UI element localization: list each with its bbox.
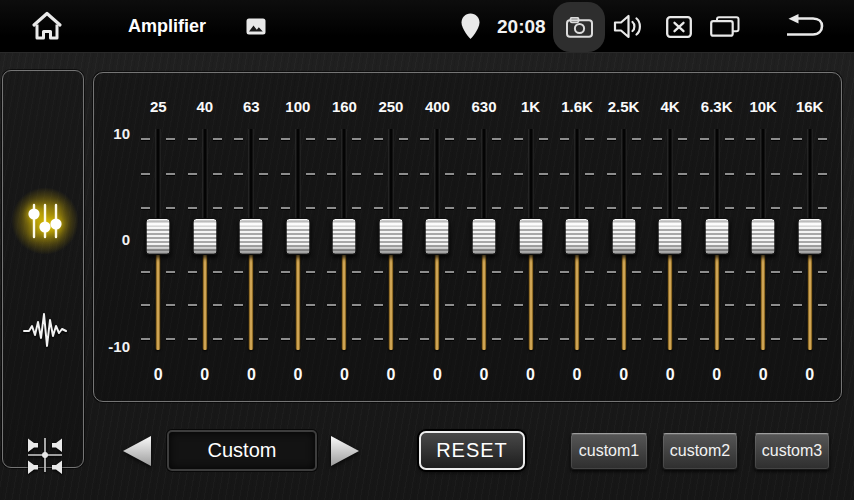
eq-band: 6.3K 0 bbox=[693, 73, 740, 403]
slider-knob[interactable] bbox=[797, 218, 822, 255]
band-frequency-label: 100 bbox=[275, 98, 322, 115]
scale-label-zero: 0 bbox=[98, 231, 130, 248]
band-slider[interactable] bbox=[135, 121, 182, 356]
custom1-button[interactable]: custom1 bbox=[570, 433, 648, 470]
band-slider[interactable] bbox=[368, 121, 415, 356]
slider-track-lower[interactable] bbox=[202, 255, 207, 350]
band-value: 0 bbox=[368, 366, 415, 384]
eq-band: 4K 0 bbox=[647, 73, 694, 403]
slider-knob[interactable] bbox=[425, 218, 450, 255]
slider-track-lower[interactable] bbox=[388, 255, 393, 350]
slider-track-upper[interactable] bbox=[295, 129, 300, 219]
band-value: 0 bbox=[786, 366, 833, 384]
right-arrow-icon bbox=[328, 434, 362, 468]
slider-track-upper[interactable] bbox=[388, 129, 393, 219]
slider-track-lower[interactable] bbox=[156, 255, 161, 350]
slider-track-upper[interactable] bbox=[156, 129, 161, 219]
sidebar-item-sound-effect[interactable] bbox=[21, 305, 69, 353]
band-frequency-label: 4K bbox=[647, 98, 694, 115]
eq-band: 25 0 bbox=[135, 73, 182, 403]
sidebar-item-balance-fader[interactable] bbox=[21, 429, 69, 477]
band-slider[interactable] bbox=[507, 121, 554, 356]
slider-track-upper[interactable] bbox=[761, 129, 766, 219]
eq-band: 1K 0 bbox=[507, 73, 554, 403]
preset-next-button[interactable] bbox=[328, 434, 362, 468]
slider-track-upper[interactable] bbox=[342, 129, 347, 219]
slider-track-upper[interactable] bbox=[249, 129, 254, 219]
slider-knob[interactable] bbox=[658, 218, 683, 255]
slider-track-lower[interactable] bbox=[481, 255, 486, 350]
slider-knob[interactable] bbox=[378, 218, 403, 255]
slider-knob[interactable] bbox=[332, 218, 357, 255]
slider-track-lower[interactable] bbox=[668, 255, 673, 350]
slider-track-upper[interactable] bbox=[481, 129, 486, 219]
band-slider[interactable] bbox=[647, 121, 694, 356]
slider-track-lower[interactable] bbox=[249, 255, 254, 350]
band-value: 0 bbox=[275, 366, 322, 384]
clock: 20:08 bbox=[497, 0, 546, 53]
sidebar-item-equalizer[interactable] bbox=[21, 197, 69, 245]
band-slider[interactable] bbox=[275, 121, 322, 356]
band-slider[interactable] bbox=[414, 121, 461, 356]
slider-track-lower[interactable] bbox=[761, 255, 766, 350]
scale-label-min: -10 bbox=[98, 338, 130, 355]
custom3-button[interactable]: custom3 bbox=[754, 433, 830, 470]
custom2-button[interactable]: custom2 bbox=[662, 433, 738, 470]
band-slider[interactable] bbox=[786, 121, 833, 356]
preset-prev-button[interactable] bbox=[120, 434, 154, 468]
gallery-icon[interactable] bbox=[246, 18, 266, 35]
eq-bands: 25 0 40 bbox=[135, 73, 833, 403]
slider-track-upper[interactable] bbox=[668, 129, 673, 219]
slider-track-lower[interactable] bbox=[621, 255, 626, 350]
band-frequency-label: 1K bbox=[507, 98, 554, 115]
volume-icon[interactable] bbox=[613, 13, 643, 40]
band-slider[interactable] bbox=[321, 121, 368, 356]
reset-button[interactable]: RESET bbox=[419, 431, 525, 470]
band-frequency-label: 160 bbox=[321, 98, 368, 115]
slider-track-lower[interactable] bbox=[295, 255, 300, 350]
slider-track-upper[interactable] bbox=[435, 129, 440, 219]
band-value: 0 bbox=[135, 366, 182, 384]
slider-knob[interactable] bbox=[285, 218, 310, 255]
band-slider[interactable] bbox=[554, 121, 601, 356]
slider-track-lower[interactable] bbox=[575, 255, 580, 350]
slider-knob[interactable] bbox=[611, 218, 636, 255]
slider-track-upper[interactable] bbox=[621, 129, 626, 219]
slider-track-lower[interactable] bbox=[807, 255, 812, 350]
preset-display[interactable]: Custom bbox=[167, 430, 317, 471]
band-slider[interactable] bbox=[740, 121, 787, 356]
slider-track-upper[interactable] bbox=[528, 129, 533, 219]
eq-band: 630 0 bbox=[461, 73, 508, 403]
slider-track-upper[interactable] bbox=[714, 129, 719, 219]
slider-track-upper[interactable] bbox=[807, 129, 812, 219]
slider-knob[interactable] bbox=[471, 218, 496, 255]
camera-button[interactable] bbox=[553, 2, 605, 52]
close-window-icon[interactable] bbox=[666, 16, 692, 38]
slider-track-lower[interactable] bbox=[528, 255, 533, 350]
recent-apps-icon[interactable] bbox=[710, 16, 740, 37]
slider-knob[interactable] bbox=[239, 218, 264, 255]
slider-knob[interactable] bbox=[704, 218, 729, 255]
band-slider[interactable] bbox=[182, 121, 229, 356]
band-slider[interactable] bbox=[693, 121, 740, 356]
band-value: 0 bbox=[228, 366, 275, 384]
band-slider[interactable] bbox=[461, 121, 508, 356]
slider-knob[interactable] bbox=[565, 218, 590, 255]
slider-track-lower[interactable] bbox=[342, 255, 347, 350]
eq-band: 2.5K 0 bbox=[600, 73, 647, 403]
band-frequency-label: 6.3K bbox=[693, 98, 740, 115]
slider-knob[interactable] bbox=[518, 218, 543, 255]
slider-track-upper[interactable] bbox=[575, 129, 580, 219]
slider-knob[interactable] bbox=[751, 218, 776, 255]
slider-track-upper[interactable] bbox=[202, 129, 207, 219]
band-frequency-label: 1.6K bbox=[554, 98, 601, 115]
band-slider[interactable] bbox=[600, 121, 647, 356]
slider-knob[interactable] bbox=[146, 218, 171, 255]
band-slider[interactable] bbox=[228, 121, 275, 356]
home-icon[interactable] bbox=[30, 9, 64, 44]
slider-track-lower[interactable] bbox=[435, 255, 440, 350]
slider-track-lower[interactable] bbox=[714, 255, 719, 350]
back-icon[interactable] bbox=[786, 14, 824, 39]
slider-knob[interactable] bbox=[192, 218, 217, 255]
scale-label-max: 10 bbox=[98, 125, 130, 142]
